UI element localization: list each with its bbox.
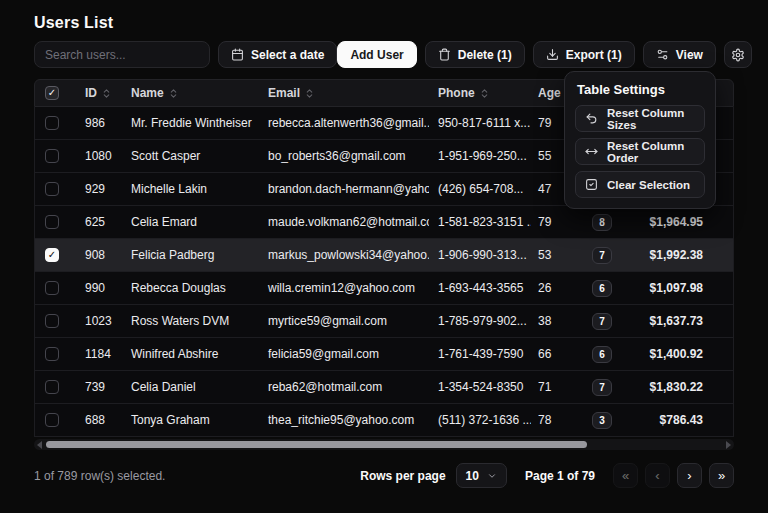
gear-icon xyxy=(731,48,745,62)
sliders-icon xyxy=(656,48,669,61)
cell-amount: $1,637.73 xyxy=(625,314,733,328)
cell-email: willa.cremin12@yahoo.com xyxy=(257,281,429,295)
menu-item-clear-selection[interactable]: Clear Selection xyxy=(575,171,705,198)
cell-name: Tonya Graham xyxy=(119,413,257,427)
column-header-email[interactable]: Email xyxy=(257,86,429,100)
select-all-checkbox[interactable] xyxy=(45,86,59,100)
cell-phone: (511) 372-1636 ... xyxy=(429,413,531,427)
row-checkbox[interactable] xyxy=(45,380,59,394)
visits-badge: 3 xyxy=(592,412,612,429)
row-checkbox[interactable] xyxy=(45,314,59,328)
cell-email: brandon.dach-hermann@yaho... xyxy=(257,182,429,196)
table-row[interactable]: 990 Rebecca Douglas willa.cremin12@yahoo… xyxy=(34,272,734,305)
cell-amount: $1,992.38 xyxy=(625,248,733,262)
toolbar: Select a date Add User Delete (1) Export… xyxy=(34,41,734,68)
scroll-left-arrow-icon[interactable] xyxy=(37,441,42,449)
cell-name: Mr. Freddie Wintheiser xyxy=(119,116,257,130)
row-checkbox[interactable] xyxy=(45,116,59,130)
left-right-arrow-icon xyxy=(585,145,598,158)
view-label: View xyxy=(676,48,703,62)
cell-age: 71 xyxy=(531,380,579,394)
table-row[interactable]: 739 Celia Daniel reba62@hotmail.com 1-35… xyxy=(34,371,734,404)
table-row[interactable]: 1184 Winifred Abshire felicia59@gmail.co… xyxy=(34,338,734,371)
cell-phone: 1-581-823-3151 ... xyxy=(429,215,531,229)
cell-age: 38 xyxy=(531,314,579,328)
table-row[interactable]: 1023 Ross Waters DVM myrtice59@gmail.com… xyxy=(34,305,734,338)
cell-id: 986 xyxy=(73,116,119,130)
cell-email: reba62@hotmail.com xyxy=(257,380,429,394)
row-checkbox[interactable] xyxy=(45,281,59,295)
table-row[interactable]: 688 Tonya Graham thea_ritchie95@yahoo.co… xyxy=(34,404,734,437)
row-checkbox[interactable] xyxy=(45,347,59,361)
cell-name: Celia Daniel xyxy=(119,380,257,394)
export-button[interactable]: Export (1) xyxy=(533,41,635,68)
previous-page-button[interactable]: ‹ xyxy=(645,463,670,488)
scrollbar-track[interactable] xyxy=(46,441,722,448)
column-header-name[interactable]: Name xyxy=(119,86,257,100)
row-checkbox[interactable] xyxy=(45,182,59,196)
cell-email: bo_roberts36@gmail.com xyxy=(257,149,429,163)
table-row-selected[interactable]: 908 Felicia Padberg markus_powlowski34@y… xyxy=(34,239,734,272)
row-checkbox[interactable] xyxy=(45,248,59,262)
page-title: Users List xyxy=(34,14,734,32)
horizontal-scrollbar[interactable] xyxy=(34,439,734,450)
cell-phone: 1-761-439-7590 xyxy=(429,347,531,361)
date-picker-label: Select a date xyxy=(251,48,324,62)
cell-age: 66 xyxy=(531,347,579,361)
menu-item-label: Reset Column Order xyxy=(607,140,695,164)
menu-title: Table Settings xyxy=(577,82,705,97)
cell-phone: 1-354-524-8350 xyxy=(429,380,531,394)
table-row[interactable]: 625 Celia Emard maude.volkman62@hotmail.… xyxy=(34,206,734,239)
view-button[interactable]: View xyxy=(643,41,716,68)
cell-phone: 950-817-6111 x... xyxy=(429,116,531,130)
cell-email: maude.volkman62@hotmail.co... xyxy=(257,215,429,229)
cell-amount: $1,097.98 xyxy=(625,281,733,295)
cell-name: Celia Emard xyxy=(119,215,257,229)
next-page-button[interactable]: › xyxy=(677,463,702,488)
sort-icon xyxy=(479,88,490,99)
cell-phone: 1-906-990-313... xyxy=(429,248,531,262)
last-page-button[interactable]: » xyxy=(709,463,734,488)
column-header-id[interactable]: ID xyxy=(73,86,119,100)
row-checkbox[interactable] xyxy=(45,149,59,163)
cell-name: Ross Waters DVM xyxy=(119,314,257,328)
delete-label: Delete (1) xyxy=(458,48,512,62)
row-checkbox[interactable] xyxy=(45,413,59,427)
sort-icon xyxy=(101,88,112,99)
row-checkbox[interactable] xyxy=(45,215,59,229)
cell-age: 26 xyxy=(531,281,579,295)
visits-badge: 8 xyxy=(592,214,612,231)
first-page-button[interactable]: « xyxy=(613,463,638,488)
add-user-button[interactable]: Add User xyxy=(337,41,416,68)
cell-email: felicia59@gmail.com xyxy=(257,347,429,361)
cell-name: Rebecca Douglas xyxy=(119,281,257,295)
calendar-icon xyxy=(231,48,244,61)
cell-id: 1184 xyxy=(73,347,119,361)
selection-summary: 1 of 789 row(s) selected. xyxy=(34,469,165,483)
settings-button[interactable] xyxy=(724,41,752,68)
pagination: « ‹ › » xyxy=(613,463,734,488)
export-label: Export (1) xyxy=(566,48,622,62)
checkbox-check-icon xyxy=(585,178,598,191)
date-picker-button[interactable]: Select a date xyxy=(218,41,337,68)
scroll-right-arrow-icon[interactable] xyxy=(726,441,731,449)
table-footer: 1 of 789 row(s) selected. Rows per page … xyxy=(34,463,734,488)
menu-item-reset-column-order[interactable]: Reset Column Order xyxy=(575,138,705,165)
visits-badge: 7 xyxy=(592,247,612,264)
menu-item-reset-column-sizes[interactable]: Reset Column Sizes xyxy=(575,105,705,132)
cell-name: Michelle Lakin xyxy=(119,182,257,196)
scrollbar-thumb[interactable] xyxy=(46,441,587,448)
search-input[interactable] xyxy=(34,41,210,68)
download-icon xyxy=(546,48,559,61)
sort-icon xyxy=(304,88,315,99)
column-header-phone[interactable]: Phone xyxy=(429,86,531,100)
cell-amount: $1,400.92 xyxy=(625,347,733,361)
rows-per-page-select[interactable]: 10 xyxy=(456,463,507,488)
delete-button[interactable]: Delete (1) xyxy=(425,41,525,68)
cell-id: 990 xyxy=(73,281,119,295)
cell-age: 79 xyxy=(531,215,579,229)
cell-phone: 1-785-979-902... xyxy=(429,314,531,328)
cell-id: 1023 xyxy=(73,314,119,328)
sort-icon xyxy=(168,88,179,99)
cell-email: thea_ritchie95@yahoo.com xyxy=(257,413,429,427)
